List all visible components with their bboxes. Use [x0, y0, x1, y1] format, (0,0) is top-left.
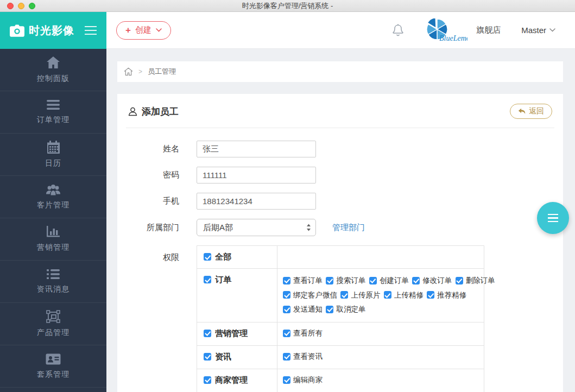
- permissions-label: 权限: [117, 245, 197, 263]
- notifications-bell-icon[interactable]: [393, 24, 403, 36]
- zoom-button[interactable]: [29, 3, 35, 9]
- password-input[interactable]: [197, 167, 316, 184]
- sidebar: 时光影像 控制面版 订单管理: [0, 12, 106, 392]
- perm-option-checkbox[interactable]: [456, 277, 463, 284]
- perm-option-checkbox[interactable]: [283, 376, 290, 384]
- close-button[interactable]: [7, 3, 14, 9]
- department-select[interactable]: 后期A部: [197, 219, 316, 236]
- person-icon: [128, 107, 137, 116]
- sidebar-item-news[interactable]: 资讯消息: [0, 261, 106, 303]
- user-menu[interactable]: Master: [521, 26, 555, 35]
- perm-category-checkbox-orders[interactable]: [204, 276, 211, 283]
- orders-list-icon: [46, 99, 60, 110]
- manage-departments-link[interactable]: 管理部门: [332, 223, 365, 233]
- password-label: 密码: [117, 170, 197, 180]
- camera-icon: [10, 24, 24, 37]
- news-list-icon: [46, 269, 60, 280]
- department-label: 所属部门: [117, 223, 197, 233]
- perm-option-checkbox[interactable]: [427, 291, 434, 299]
- sidebar-item-packages[interactable]: 套系管理: [0, 345, 106, 388]
- permission-row: 资讯 查看资讯: [197, 346, 484, 369]
- brand-header: 时光影像: [0, 12, 106, 49]
- hamburger-icon: [548, 214, 558, 216]
- chevron-down-icon: [549, 28, 555, 32]
- sidebar-item-calendar[interactable]: 日历: [0, 134, 106, 176]
- perm-category-checkbox-marketing[interactable]: [204, 330, 211, 337]
- svg-text:BlueLemon: BlueLemon: [439, 34, 467, 42]
- plus-icon: +: [125, 26, 131, 35]
- select-stepper-icon: [306, 224, 311, 231]
- perm-option-checkbox[interactable]: [283, 353, 290, 361]
- top-header: + 创建: [106, 12, 575, 49]
- reply-arrow-icon: [518, 108, 526, 115]
- permission-row: 商家管理 编辑商家: [197, 369, 484, 392]
- perm-option-checkbox[interactable]: [283, 306, 290, 313]
- breadcrumb-separator: >: [138, 68, 142, 75]
- product-frame-icon: [46, 310, 60, 323]
- content-area: > 员工管理 添加员工: [106, 49, 575, 392]
- perm-option-checkbox[interactable]: [369, 277, 377, 284]
- create-button[interactable]: + 创建: [116, 21, 171, 40]
- permissions-table: 全部 订单: [197, 245, 484, 392]
- perm-option-checkbox[interactable]: [283, 330, 290, 337]
- perm-option-checkbox[interactable]: [283, 277, 290, 284]
- permission-row: 订单 查看订单 搜索订单 创建订单 修改订单 删除订单: [197, 269, 484, 323]
- perm-option-checkbox[interactable]: [283, 291, 290, 299]
- sidebar-item-marketing[interactable]: 营销管理: [0, 218, 106, 261]
- minimize-button[interactable]: [18, 3, 24, 9]
- sidebar-item-orders[interactable]: 订单管理: [0, 91, 106, 134]
- window-titlebar: 时光影像客户管理/营销系统 -: [0, 0, 575, 12]
- phone-input[interactable]: [197, 193, 316, 210]
- perm-option-checkbox[interactable]: [340, 291, 348, 299]
- add-employee-card: 添加员工 返回 姓名 密码: [117, 94, 563, 392]
- home-icon: [46, 56, 60, 69]
- sidebar-item-products[interactable]: 产品管理: [0, 303, 106, 345]
- bluelemon-logo[interactable]: BlueLemon: [426, 18, 467, 42]
- name-label: 姓名: [117, 144, 197, 154]
- window-title: 时光影像客户管理/营销系统 -: [0, 1, 575, 11]
- user-name: Master: [521, 26, 546, 35]
- perm-option-checkbox[interactable]: [412, 277, 420, 284]
- brand-logo: 时光影像: [10, 23, 74, 38]
- back-button[interactable]: 返回: [510, 104, 552, 119]
- add-employee-form: 姓名 密码 手机 所属部门 后期A部: [117, 128, 563, 392]
- package-card-icon: [46, 353, 61, 365]
- sidebar-collapse-icon[interactable]: [85, 24, 97, 37]
- store-name: 旗舰店: [476, 25, 501, 35]
- name-input[interactable]: [197, 141, 316, 157]
- breadcrumb: > 员工管理: [117, 61, 563, 82]
- home-icon[interactable]: [124, 67, 133, 76]
- chevron-down-icon: [156, 28, 162, 32]
- phone-label: 手机: [117, 196, 197, 206]
- brand-name: 时光影像: [29, 23, 74, 38]
- sidebar-nav: 控制面版 订单管理: [0, 49, 106, 392]
- perm-option-checkbox[interactable]: [326, 277, 333, 284]
- quick-menu-fab[interactable]: [537, 202, 569, 234]
- sidebar-item-customer-photos[interactable]: 客片管理: [0, 176, 106, 218]
- perm-option-checkbox[interactable]: [326, 306, 333, 313]
- perm-option-checkbox[interactable]: [384, 291, 391, 299]
- calendar-icon: [47, 141, 60, 154]
- perm-category-checkbox-all[interactable]: [204, 253, 211, 261]
- breadcrumb-current[interactable]: 员工管理: [148, 67, 176, 77]
- permission-row: 营销管理 查看所有: [197, 323, 484, 346]
- perm-category-checkbox-merchant[interactable]: [204, 376, 211, 384]
- permission-row: 全部: [197, 246, 484, 269]
- bar-chart-icon: [46, 226, 60, 238]
- sidebar-item-dashboard[interactable]: 控制面版: [0, 49, 106, 91]
- users-icon: [45, 184, 61, 195]
- perm-category-checkbox-news[interactable]: [204, 353, 211, 361]
- page-title: 添加员工: [128, 105, 179, 118]
